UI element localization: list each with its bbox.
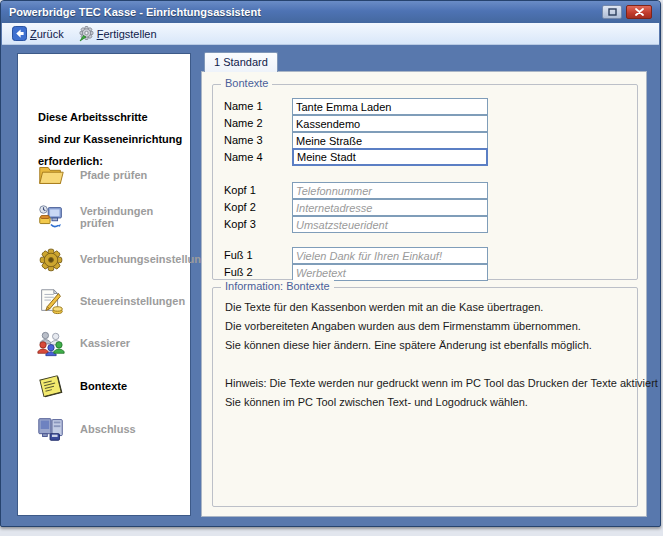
kopf1-label: Kopf 1 bbox=[224, 184, 256, 196]
gear-icon bbox=[36, 244, 66, 274]
name1-input[interactable] bbox=[292, 98, 488, 115]
finish-gear-icon bbox=[78, 26, 94, 42]
sidebar-item-label: Verbuchungseinstellungen bbox=[80, 253, 221, 265]
window-title: Powerbridge TEC Kasse - Einrichtungsassi… bbox=[9, 6, 598, 18]
fuss2-label: Fuß 2 bbox=[224, 266, 253, 278]
kopf3-input[interactable] bbox=[292, 216, 488, 233]
tax-document-icon bbox=[36, 286, 66, 316]
info-line: Die vorbereiteten Angaben wurden aus dem… bbox=[225, 317, 629, 336]
info-line: Sie können diese hier ändern. Eine späte… bbox=[225, 336, 629, 355]
sidebar-item-label: Kassierer bbox=[80, 337, 130, 349]
back-button-label: Zurück bbox=[30, 28, 64, 40]
sticky-note-icon bbox=[36, 371, 66, 401]
back-button[interactable]: Zurück bbox=[12, 26, 64, 41]
fuss1-label: Fuß 1 bbox=[224, 249, 253, 261]
sidebar-item-label: Abschluss bbox=[80, 423, 136, 435]
close-icon bbox=[635, 8, 644, 16]
maximize-button[interactable] bbox=[602, 5, 622, 19]
sidebar-item-label: Verbindungen prüfen bbox=[80, 205, 190, 229]
name4-label: Name 4 bbox=[224, 151, 263, 163]
tab-standard[interactable]: 1 Standard bbox=[204, 52, 278, 72]
folder-icon bbox=[36, 160, 66, 190]
main-panel: Bontexte Name 1 Name 2 Name 3 Name 4 Kop… bbox=[201, 71, 647, 517]
info-line: Hinweis: Die Texte werden nur gedruckt w… bbox=[225, 374, 629, 393]
maximize-icon bbox=[608, 8, 617, 16]
kopf1-input[interactable] bbox=[292, 182, 488, 199]
people-icon bbox=[36, 328, 66, 358]
sidebar-item-bontexte[interactable]: Bontexte bbox=[36, 369, 127, 403]
name2-input[interactable] bbox=[292, 115, 488, 132]
fuss2-input[interactable] bbox=[292, 264, 488, 281]
info-line: Sie können im PC Tool zwischen Text- und… bbox=[225, 393, 629, 412]
back-arrow-icon bbox=[12, 26, 27, 41]
sidebar-item-abschluss[interactable]: Abschluss bbox=[36, 412, 136, 446]
information-group-title: Information: Bontexte bbox=[221, 280, 334, 292]
information-groupbox: Information: Bontexte Die Texte für den … bbox=[212, 287, 638, 507]
step-sidebar: Diese Arbeitsschritte sind zur Kassenein… bbox=[17, 53, 191, 516]
name3-label: Name 3 bbox=[224, 134, 263, 146]
info-line: Die Texte für den Kassenbon werden mit a… bbox=[225, 298, 629, 317]
sidebar-item-pfade-pruefen[interactable]: Pfade prüfen bbox=[36, 158, 147, 192]
kopf3-label: Kopf 3 bbox=[224, 218, 256, 230]
sidebar-item-verbindungen-pruefen[interactable]: Verbindungen prüfen bbox=[36, 200, 190, 234]
sidebar-item-label: Pfade prüfen bbox=[80, 169, 147, 181]
bontexte-group-title: Bontexte bbox=[221, 77, 272, 89]
sidebar-item-label: Bontexte bbox=[80, 380, 127, 392]
name3-input[interactable] bbox=[292, 132, 488, 149]
name1-label: Name 1 bbox=[224, 100, 263, 112]
name4-input[interactable] bbox=[292, 148, 488, 166]
kopf2-label: Kopf 2 bbox=[224, 201, 256, 213]
titlebar: Powerbridge TEC Kasse - Einrichtungsassi… bbox=[1, 1, 660, 23]
close-button[interactable] bbox=[626, 5, 652, 19]
finish-button-label: Fertigstellen bbox=[97, 28, 157, 40]
name2-label: Name 2 bbox=[224, 117, 263, 129]
finish-button[interactable]: Fertigstellen bbox=[78, 26, 157, 42]
computer-disk-icon bbox=[36, 414, 66, 444]
sidebar-item-label: Steuereinstellungen bbox=[80, 295, 185, 307]
sidebar-item-kassierer[interactable]: Kassierer bbox=[36, 326, 130, 360]
sidebar-item-verbuchungseinstellungen[interactable]: Verbuchungseinstellungen bbox=[36, 242, 221, 276]
kopf2-input[interactable] bbox=[292, 199, 488, 216]
sidebar-item-steuereinstellungen[interactable]: Steuereinstellungen bbox=[36, 284, 185, 318]
toolbar: Zurück Fertigstellen bbox=[2, 23, 659, 45]
fuss1-input[interactable] bbox=[292, 247, 488, 264]
info-line-spacer bbox=[225, 355, 629, 374]
information-text: Die Texte für den Kassenbon werden mit a… bbox=[225, 298, 629, 412]
network-computer-icon bbox=[36, 202, 66, 232]
wizard-window: Powerbridge TEC Kasse - Einrichtungsassi… bbox=[0, 0, 661, 527]
